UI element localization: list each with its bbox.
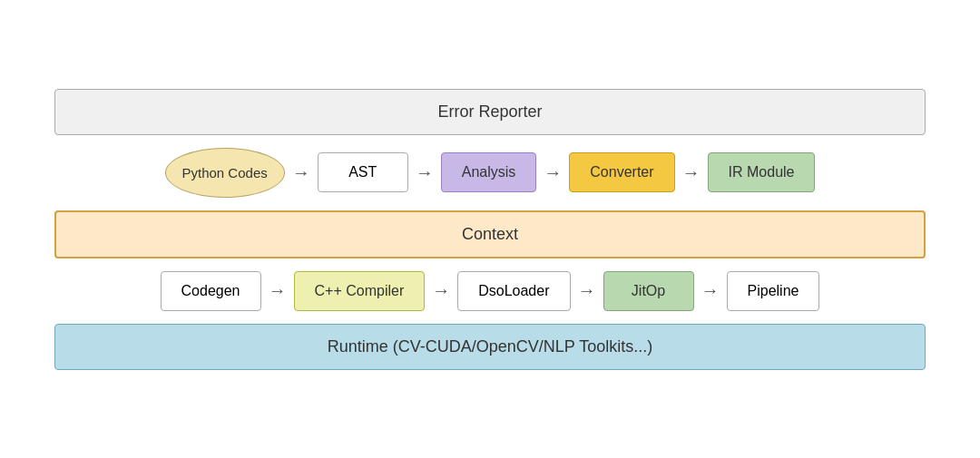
jitop-node: JitOp [603, 271, 694, 311]
context-bar: Context [54, 210, 926, 258]
error-reporter-bar: Error Reporter [54, 89, 926, 135]
arrow-5: → [269, 280, 287, 301]
bottom-pipeline-row: Codegen → C++ Compiler → DsoLoader → Jit… [54, 271, 926, 311]
arrow-4: → [682, 162, 701, 183]
cpp-compiler-node: C++ Compiler [294, 271, 426, 311]
arrow-6: → [432, 280, 450, 301]
pipeline-node: Pipeline [727, 271, 820, 311]
ast-node: AST [318, 152, 408, 192]
arrow-3: → [544, 162, 562, 183]
top-pipeline-row: Python Codes → AST → Analysis → Converte… [54, 148, 926, 198]
runtime-bar: Runtime (CV-CUDA/OpenCV/NLP Toolkits...) [54, 324, 926, 370]
arrow-8: → [701, 280, 720, 301]
analysis-node: Analysis [441, 152, 537, 192]
converter-node: Converter [569, 152, 674, 192]
arrow-1: → [292, 162, 310, 183]
ir-module-node: IR Module [708, 152, 816, 192]
arrow-7: → [578, 280, 596, 301]
python-codes-node: Python Codes [165, 148, 285, 198]
codegen-node: Codegen [161, 271, 261, 311]
arrow-2: → [416, 162, 434, 183]
diagram-container: Error Reporter Python Codes → AST → Anal… [54, 89, 926, 370]
dso-loader-node: DsoLoader [457, 271, 570, 311]
